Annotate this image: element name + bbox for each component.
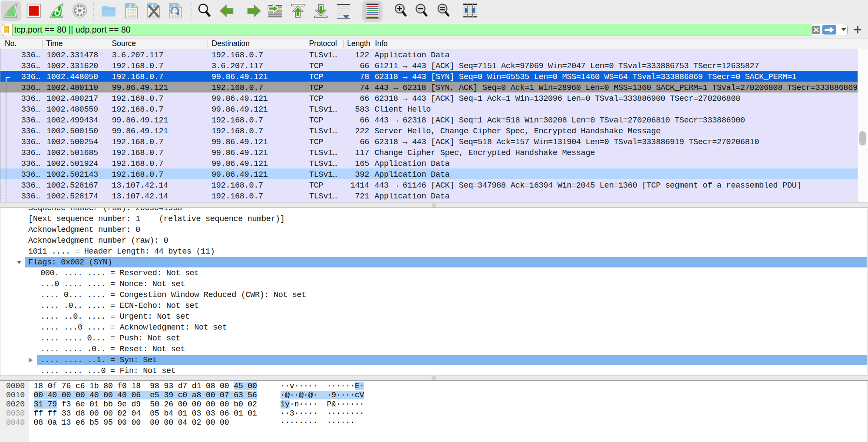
svg-text:01110: 01110 <box>128 15 136 18</box>
svg-text:01110: 01110 <box>172 15 180 18</box>
